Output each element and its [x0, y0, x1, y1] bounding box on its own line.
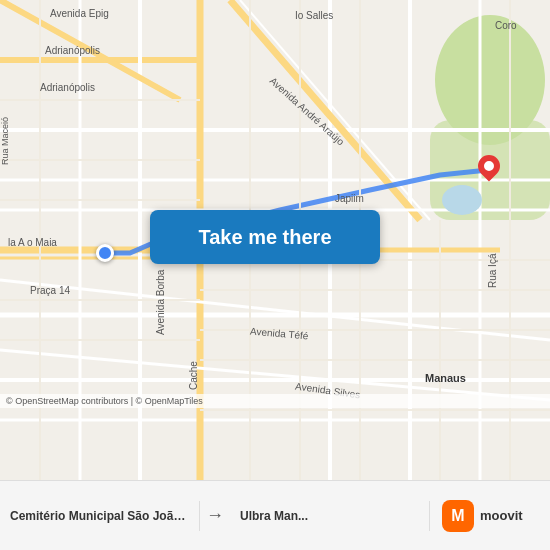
map-label-avenida-borba: Avenida Borba: [155, 270, 166, 335]
map-label-cache: Cache: [188, 361, 199, 390]
map-container: Adrianópolis Adrianópolis Praça 14 Japii…: [0, 0, 550, 480]
moovit-section: M moovit: [430, 492, 550, 540]
map-label-coro: Coro: [495, 20, 517, 31]
destination-marker: [478, 155, 500, 177]
moovit-brand: moovit: [480, 508, 523, 523]
destination-label: Ulbra Man...: [240, 509, 419, 523]
map-label-japiim: Japiim: [335, 193, 364, 204]
map-label-adrianopolis2: Adrianópolis: [40, 82, 95, 93]
map-label-la-a-maia: la A o Maia: [8, 237, 57, 248]
map-label-avenida-epig: Avenida Epig: [50, 8, 109, 19]
map-label-rua-maceio: Rua Maceió: [0, 117, 10, 165]
arrow-icon: →: [200, 505, 230, 526]
map-label-io-salles: Io Salles: [295, 10, 333, 21]
origin-label: Cemitério Municipal São João Batist...: [10, 509, 189, 523]
take-me-there-button[interactable]: Take me there: [150, 210, 380, 264]
attribution: © OpenStreetMap contributors | © OpenMap…: [0, 394, 550, 408]
map-label-manaus: Manaus: [425, 372, 466, 384]
svg-point-43: [442, 185, 482, 215]
map-label-praca14: Praça 14: [30, 285, 70, 296]
map-label-adrianopolis1: Adrianópolis: [45, 45, 100, 56]
map-label-rua-ica: Rua Içá: [487, 254, 498, 288]
moovit-logo: M: [442, 500, 474, 532]
origin-section: Cemitério Municipal São João Batist...: [0, 501, 200, 531]
bottom-bar: Cemitério Municipal São João Batist... →…: [0, 480, 550, 550]
destination-section: Ulbra Man...: [230, 501, 430, 531]
origin-marker: [96, 244, 114, 262]
